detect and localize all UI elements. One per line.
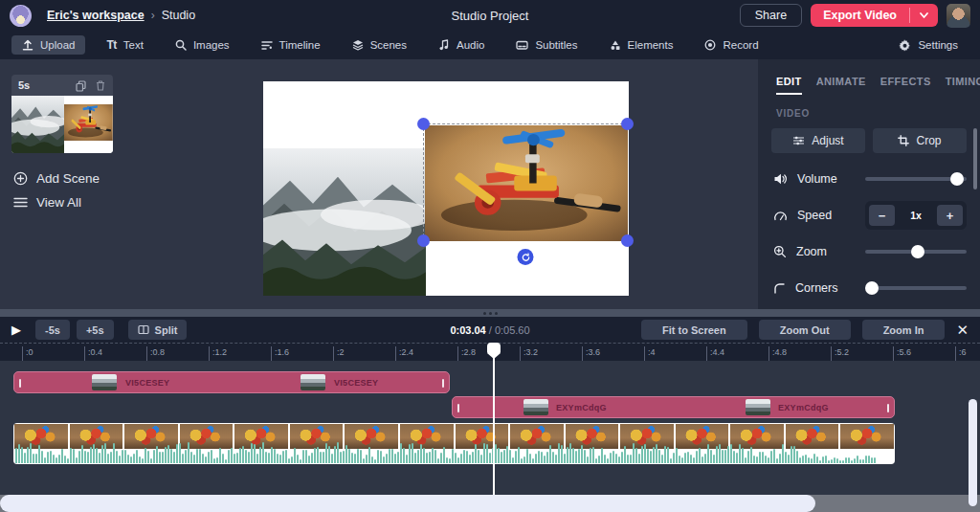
- resize-handle-bottom-right[interactable]: [621, 234, 634, 247]
- ruler-tick: :1.2: [209, 346, 227, 361]
- rotate-handle[interactable]: [518, 249, 534, 265]
- tab-elements-label: Elements: [628, 39, 674, 51]
- workspace-avatar[interactable]: [10, 5, 32, 27]
- speed-control: − 1x +: [865, 201, 967, 230]
- timeline-icon: [261, 39, 273, 51]
- tab-effects[interactable]: EFFECTS: [880, 76, 931, 95]
- trash-icon[interactable]: [95, 79, 106, 92]
- fit-to-screen-button[interactable]: Fit to Screen: [641, 320, 747, 340]
- speed-row: Speed − 1x +: [773, 205, 967, 226]
- split-button[interactable]: Split: [128, 320, 188, 340]
- timeline-horizontal-scrollbar-thumb[interactable]: [0, 495, 815, 512]
- corners-slider-knob[interactable]: [865, 281, 879, 295]
- gear-icon: [899, 39, 911, 52]
- duplicate-icon[interactable]: [75, 79, 87, 92]
- volume-slider[interactable]: [865, 172, 967, 186]
- add-scene-button[interactable]: Add Scene: [13, 171, 100, 186]
- speed-decrease-button[interactable]: −: [869, 205, 895, 226]
- tab-text[interactable]: Tt Text: [96, 34, 153, 56]
- rotate-icon: [521, 253, 530, 262]
- text-icon: Tt: [106, 38, 116, 52]
- zoom-in-button[interactable]: Zoom In: [862, 320, 946, 340]
- share-button[interactable]: Share: [740, 4, 802, 27]
- video-canvas[interactable]: [263, 81, 629, 296]
- clip1-trim-right[interactable]: [442, 379, 444, 388]
- ruler-tick: :0.8: [146, 346, 165, 361]
- tab-record[interactable]: Record: [694, 35, 768, 55]
- timeline-horizontal-scrollbar-track[interactable]: [0, 495, 980, 512]
- tab-timeline[interactable]: Timeline: [251, 35, 331, 55]
- tab-audio[interactable]: Audio: [428, 35, 495, 55]
- inspector-tabs: EDIT ANIMATE EFFECTS TIMING: [776, 76, 980, 95]
- clip-track1[interactable]: VI5CESEY VI5CESEY: [13, 371, 450, 393]
- export-video-button[interactable]: Export Video: [811, 4, 909, 27]
- clip-track2[interactable]: EXYmCdqG EXYmCdqG: [452, 396, 895, 418]
- timeline-vertical-scrollbar[interactable]: [969, 399, 977, 506]
- clip1-label: VI5CESEY: [334, 378, 378, 388]
- workspace-area: 5s Add Scene View All: [0, 59, 980, 309]
- crop-button[interactable]: Crop: [873, 128, 967, 153]
- workspace-link[interactable]: Eric's workspace: [47, 9, 145, 22]
- resize-handle-bottom-left[interactable]: [417, 234, 430, 247]
- tab-upload[interactable]: Upload: [11, 35, 85, 55]
- audio-waveform: [15, 442, 893, 463]
- ruler-tick: :3.2: [520, 346, 538, 361]
- mountain-layer[interactable]: [263, 148, 426, 296]
- user-avatar[interactable]: [947, 4, 970, 28]
- tab-timeline-label: Timeline: [279, 39, 321, 51]
- skip-back-button[interactable]: -5s: [35, 320, 70, 340]
- timeline-resize-handle[interactable]: [0, 309, 980, 317]
- crop-icon: [898, 135, 909, 146]
- tab-images[interactable]: Images: [165, 35, 240, 55]
- adjust-button[interactable]: Adjust: [771, 128, 865, 153]
- subtitles-icon: [516, 39, 528, 51]
- tab-scenes[interactable]: Scenes: [342, 35, 417, 55]
- speaker-icon: [773, 172, 788, 186]
- tab-images-label: Images: [193, 39, 230, 51]
- tab-elements[interactable]: Elements: [599, 35, 684, 55]
- zoom-slider[interactable]: [865, 245, 967, 258]
- clip2-label: EXYmCdqG: [556, 403, 607, 412]
- scene-card-header: 5s: [11, 75, 113, 96]
- zoom-slider-knob[interactable]: [911, 245, 924, 258]
- volume-slider-knob[interactable]: [950, 172, 964, 186]
- speed-increase-button[interactable]: +: [937, 205, 963, 226]
- view-all-button[interactable]: View All: [13, 195, 81, 210]
- timeline-toolbar: ▶ -5s +5s Split 0:03.04 / 0:05.60 Fit to…: [0, 317, 980, 343]
- skip-forward-button[interactable]: +5s: [77, 320, 114, 340]
- playhead-handle[interactable]: [487, 343, 501, 359]
- clip1-label: VI5CESEY: [125, 378, 169, 388]
- clip2-trim-left[interactable]: [457, 404, 459, 412]
- crop-label: Crop: [916, 134, 941, 147]
- scene-thumbnail[interactable]: [11, 96, 113, 153]
- clip1-trim-left[interactable]: [19, 379, 21, 388]
- corners-slider[interactable]: [865, 281, 967, 295]
- upload-icon: [22, 39, 33, 51]
- clip2-trim-right[interactable]: [887, 404, 889, 412]
- resize-handle-top-right[interactable]: [621, 118, 634, 130]
- clip-track3-media[interactable]: [13, 423, 895, 464]
- settings-button[interactable]: Settings: [888, 35, 969, 56]
- tab-animate[interactable]: ANIMATE: [816, 76, 866, 95]
- resize-handle-top-left[interactable]: [417, 118, 430, 130]
- selected-video-layer[interactable]: [423, 123, 628, 241]
- export-options-button[interactable]: [910, 4, 938, 27]
- timeline-panel: ▶ -5s +5s Split 0:03.04 / 0:05.60 Fit to…: [0, 309, 980, 512]
- inspector-scrollbar[interactable]: [973, 128, 977, 189]
- tab-timing[interactable]: TIMING: [946, 76, 980, 95]
- tab-edit[interactable]: EDIT: [776, 76, 802, 95]
- ruler-tick: :4.8: [768, 346, 787, 361]
- zoom-out-button[interactable]: Zoom Out: [759, 320, 851, 340]
- top-bar: Eric's workspace › Studio Studio Project…: [0, 0, 980, 59]
- close-timeline-button[interactable]: ✕: [956, 323, 969, 337]
- breadcrumb: Eric's workspace › Studio: [10, 5, 195, 27]
- elements-icon: [610, 39, 621, 51]
- scene-card[interactable]: 5s: [11, 75, 113, 153]
- gauge-icon: [773, 210, 788, 222]
- tab-subtitles[interactable]: Subtitles: [505, 35, 588, 55]
- breadcrumb-separator: ›: [151, 9, 155, 22]
- play-button[interactable]: ▶: [11, 323, 21, 336]
- scenes-icon: [352, 39, 364, 51]
- ruler-tick: :5.6: [893, 346, 911, 361]
- ruler-tick: :2.4: [395, 346, 413, 361]
